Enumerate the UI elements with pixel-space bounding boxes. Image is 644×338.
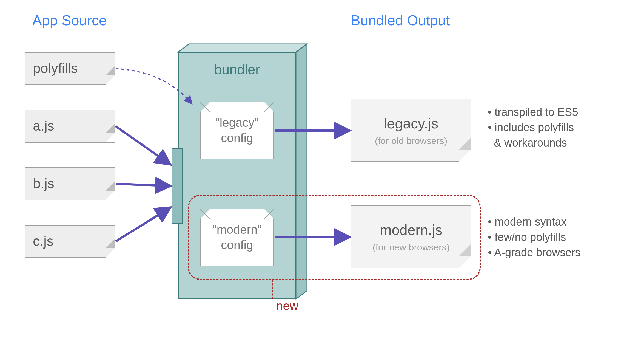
- bundler-title: bundler: [178, 62, 296, 78]
- bullets-modern: • modern syntax • few/no polyfills • A-g…: [488, 214, 581, 260]
- file-a-label: a.js: [33, 118, 54, 134]
- dogear-icon: [459, 150, 471, 162]
- config-legacy-label1: “legacy”: [216, 116, 259, 129]
- heading-bundled-output: Bundled Output: [351, 12, 450, 29]
- bullet-modern-2: • few/no polyfills: [488, 229, 581, 245]
- file-polyfills-label: polyfills: [33, 60, 78, 76]
- file-b: b.js: [25, 167, 115, 200]
- bullets-legacy: • transpiled to ES5 • includes polyfills…: [488, 104, 578, 150]
- bullet-legacy-3: & workarounds: [488, 135, 578, 150]
- file-c-label: c.js: [33, 233, 53, 249]
- output-legacy-name: legacy.js: [351, 115, 471, 132]
- bullet-legacy-1: • transpiled to ES5: [488, 104, 578, 120]
- new-highlight-box: [188, 195, 481, 280]
- bullet-legacy-2: • includes polyfills: [488, 120, 578, 135]
- output-legacy-box: legacy.js (for old browsers): [351, 99, 471, 162]
- dogear-icon: [106, 133, 115, 142]
- new-leader-line: [272, 280, 273, 299]
- file-polyfills: polyfills: [25, 52, 115, 85]
- heading-app-source: App Source: [32, 12, 107, 29]
- svg-line-6: [116, 207, 170, 241]
- svg-marker-1: [178, 44, 307, 52]
- bullet-modern-3: • A-grade browsers: [488, 245, 581, 260]
- cut-corner-icon: [264, 102, 274, 112]
- bundler-entry-tab: [172, 148, 183, 224]
- cut-corner-icon: [200, 102, 210, 112]
- file-c: c.js: [25, 225, 115, 258]
- config-legacy-label2: config: [221, 131, 253, 145]
- file-b-label: b.js: [33, 176, 54, 191]
- svg-line-4: [116, 126, 170, 165]
- output-legacy-note: (for old browsers): [351, 136, 471, 146]
- config-legacy-box: “legacy” config: [200, 102, 274, 159]
- dogear-icon: [106, 191, 115, 200]
- svg-line-5: [116, 184, 170, 186]
- file-a: a.js: [25, 110, 115, 143]
- dogear-icon: [106, 248, 115, 258]
- bullet-modern-1: • modern syntax: [488, 214, 581, 229]
- dogear-icon: [106, 75, 115, 85]
- new-label: new: [276, 299, 298, 313]
